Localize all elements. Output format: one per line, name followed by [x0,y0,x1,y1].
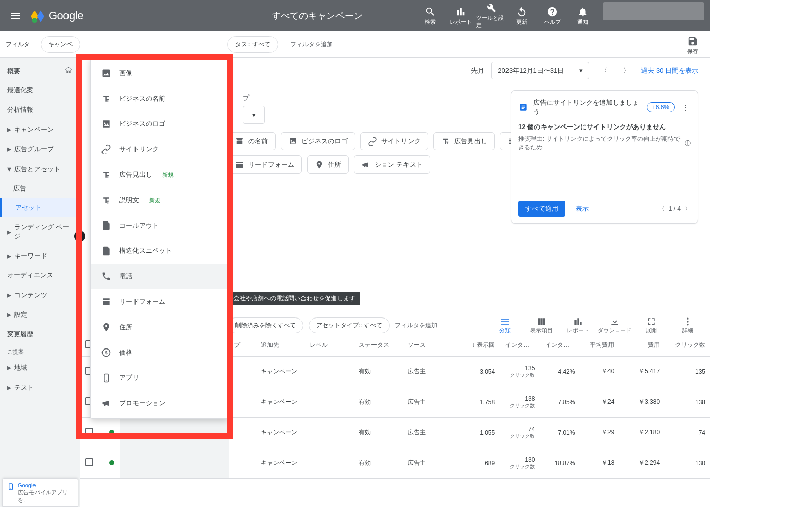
asset-menu-item[interactable]: リードフォーム [91,289,228,314]
table-row[interactable]: キャンペーン有効広告主689130クリック数18.87%￥18￥2,294130 [80,448,710,479]
th-cost[interactable]: 費用 [619,334,665,357]
global-search-box[interactable] [603,2,704,20]
table-add-filter[interactable]: フィルタを追加 [395,321,437,330]
sidenav-item[interactable]: ▸ランディング ページ [0,217,80,246]
header-tools: 検索 レポート ツールと設定 更新 ヘルプ 通知 [415,2,710,29]
show-last-30-days-link[interactable]: 過去 30 日間を表示 [641,66,698,75]
table-action-report[interactable]: レポート [561,316,595,334]
th-added[interactable]: 追加先 [256,334,304,357]
asset-type-dropdown[interactable]: ▾ [243,106,265,124]
sidenav-item[interactable]: ▾広告とアセット [0,159,80,179]
pager-prev[interactable]: 〈 [659,205,665,213]
sidenav-item[interactable]: 変更履歴 [0,325,80,344]
table-filter-chip-asset-type[interactable]: アセットタイプ:: すべて [309,318,390,333]
sidenav-item[interactable]: アセット [0,198,80,217]
sidenav-item[interactable]: 最適化案 [0,81,80,100]
divider [261,8,261,23]
phone-tooltip: 会社や店舗への電話問い合わせを促進します [228,292,360,305]
sidenav-item[interactable]: ▸キーワード [0,246,80,266]
add-filter-button[interactable]: フィルタを追加 [283,36,340,53]
table-row[interactable]: キャンペーン有効広告主1,05574クリック数7.01%￥29￥2,18074 [80,418,710,448]
date-prev-button[interactable]: 〈 [596,63,612,78]
th-avg-cost[interactable]: 平均費用 [580,334,619,357]
mobile-app-promo[interactable]: Google 広告モバイルアプリを. [2,478,78,507]
asset-type-chip[interactable]: 住所 [307,155,349,174]
date-last-month: 先月 [471,66,484,75]
brand-logo[interactable]: Google [30,9,93,23]
table-action-download[interactable]: ダウンロード [598,316,631,334]
tool-report[interactable]: レポート [446,2,476,29]
filter-chip-status[interactable]: タス:: すべて [227,36,278,53]
th-impressions[interactable]: ↓ 表示回 [457,334,500,357]
date-next-button[interactable]: 〉 [619,63,634,78]
tool-refresh[interactable]: 更新 [506,2,537,29]
asset-menu-item[interactable]: 画像 [91,60,228,86]
store-icon [235,137,244,146]
save-button[interactable]: 保存 [687,36,698,55]
filter-chip-campaign[interactable]: キャンペ [41,36,80,53]
asset-menu-item[interactable]: 構造化スニペット [91,238,228,264]
table-action-more[interactable]: 詳細 [671,316,704,334]
form-icon [101,297,111,307]
pager-next[interactable]: 〉 [685,205,691,213]
th-status[interactable]: ステータス [354,334,402,357]
asset-menu-item[interactable]: サイトリンク [91,137,228,162]
th-source[interactable]: ソース [402,334,457,357]
tool-settings[interactable]: ツールと設定 [476,2,506,29]
asset-menu-item[interactable]: 電話 [91,264,228,289]
th-interactions[interactable]: インタラク [500,334,540,357]
row-checkbox[interactable] [80,448,104,479]
asset-type-chip[interactable]: の名前 [227,132,276,150]
svg-point-10 [10,488,11,489]
asset-menu-item[interactable]: アプリ [91,365,228,391]
info-icon[interactable]: ⓘ [685,139,691,148]
sidenav-item[interactable]: 分析情報 [0,100,80,119]
asset-menu-item[interactable]: コールアウト [91,213,228,238]
reco-apply-all-button[interactable]: すべて適用 [518,201,565,217]
new-badge: 新規 [162,171,174,179]
tool-search[interactable]: 検索 [415,2,446,29]
wrench-icon [486,2,497,13]
asset-menu-item[interactable]: 価格 [91,340,228,365]
asset-menu-item[interactable]: ビジネスのロゴ [91,111,228,137]
sidenav-item[interactable]: 概要 [0,61,80,81]
asset-menu-item[interactable]: 住所 [91,314,228,340]
sidenav-item[interactable]: ▸設定 [0,305,80,325]
table-action-segment[interactable]: 分類 [488,316,522,334]
sidenav-item[interactable]: ▸地域 [0,358,80,377]
doc-icon [101,246,111,256]
sidenav-item[interactable]: ▸コンテンツ [0,285,80,305]
sidenav-item[interactable]: 広告 [0,179,80,198]
tool-help[interactable]: ヘルプ [537,2,567,29]
asset-menu-item[interactable]: 広告見出し新規 [91,162,228,187]
asset-menu-item[interactable]: 説明文新規 [91,187,228,213]
table-action-expand[interactable]: 展開 [634,316,668,334]
asset-type-chip[interactable]: ビジネスのロゴ [281,132,355,150]
th-interaction-rate[interactable]: インタラク [540,334,580,357]
table-filter-chip-deleted[interactable]: 削除済みを除くすべて [227,318,303,333]
reco-view-button[interactable]: 表示 [576,204,589,213]
promo-icon [101,398,111,408]
download-icon [610,316,620,327]
asset-type-chip[interactable]: リードフォーム [227,155,302,174]
asset-menu-item[interactable]: ビジネスの名前 [91,86,228,111]
menu-button[interactable] [0,10,30,22]
asset-type-chip[interactable]: ション テキスト [354,155,430,174]
help-icon [547,6,558,17]
hamburger-icon [9,10,21,22]
sidenav-item[interactable]: オーディエンス [0,266,80,285]
th-type[interactable]: プ [229,334,256,357]
sidenav-item[interactable]: ▸テスト [0,377,80,397]
asset-menu-item[interactable]: プロモーション [91,391,228,416]
reco-more-button[interactable]: ⋮ [680,104,691,111]
th-level[interactable]: レベル [304,334,353,357]
date-range-picker[interactable]: 2023年12月1日〜31日▾ [491,62,589,79]
th-clicks[interactable]: クリック数 [665,334,710,357]
sidenav-item[interactable]: ▸キャンペーン [0,119,80,139]
tool-notifications[interactable]: 通知 [567,2,598,29]
row-checkbox[interactable] [80,418,104,448]
sidenav-item[interactable]: ▸広告グループ [0,139,80,159]
asset-type-chip[interactable]: 広告見出し [433,132,495,150]
table-action-columns[interactable]: 表示項目 [525,316,558,334]
asset-type-chip[interactable]: サイトリンク [360,132,428,150]
